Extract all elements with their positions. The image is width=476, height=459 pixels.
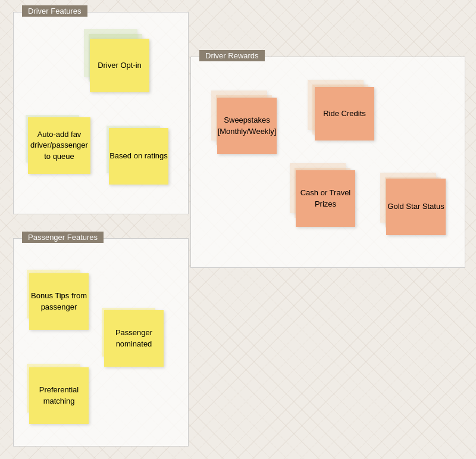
passenger-nominated-note[interactable]: Passenger nominated xyxy=(104,310,164,367)
cash-prizes-note[interactable]: Cash or Travel Prizes xyxy=(296,170,355,227)
passenger-features-panel: Passenger Features Bonus Tips from passe… xyxy=(13,238,189,446)
sweepstakes-note[interactable]: Sweepstakes [Monthly/Weekly] xyxy=(217,98,277,154)
bonus-tips-note[interactable]: Bonus Tips from passenger xyxy=(29,273,89,330)
auto-add-note[interactable]: Auto-add fav driver/passenger to queue xyxy=(28,117,90,174)
passenger-features-label: Passenger Features xyxy=(22,232,104,243)
driver-features-label: Driver Features xyxy=(22,5,87,17)
based-on-ratings-note[interactable]: Based on ratings xyxy=(109,128,168,185)
driver-features-panel: Driver Features Driver Opt-in Auto-add f… xyxy=(13,12,189,214)
driver-rewards-panel: Driver Rewards Sweepstakes [Monthly/Week… xyxy=(190,57,465,268)
ride-credits-note[interactable]: Ride Credits xyxy=(315,87,374,140)
preferential-matching-note[interactable]: Preferential matching xyxy=(29,367,89,424)
driver-opt-in-note[interactable]: Driver Opt-in xyxy=(90,39,149,92)
gold-star-note[interactable]: Gold Star Status xyxy=(386,179,446,235)
driver-rewards-label: Driver Rewards xyxy=(199,50,265,61)
